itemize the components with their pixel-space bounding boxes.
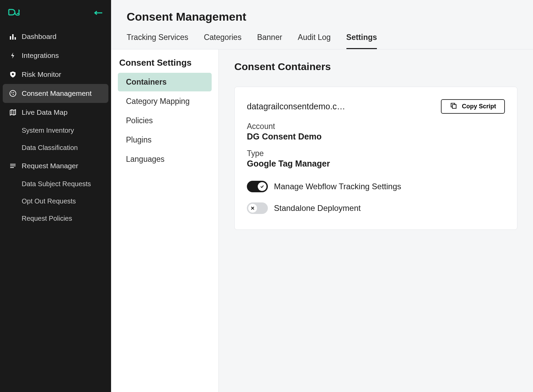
- sidebar-item-label: Consent Management: [22, 89, 92, 97]
- copy-script-button[interactable]: Copy Script: [441, 99, 505, 114]
- toggle-standalone-row: Standalone Deployment: [247, 202, 505, 214]
- content-row: Consent Settings Containers Category Map…: [111, 49, 533, 392]
- copy-icon: [450, 102, 457, 111]
- svg-point-5: [10, 90, 16, 96]
- settings-panel-title: Consent Settings: [111, 58, 218, 73]
- sidebar-item-risk-monitor[interactable]: Risk Monitor: [3, 65, 108, 84]
- sidebar-item-label: Live Data Map: [22, 108, 67, 116]
- svg-rect-3: [15, 37, 16, 40]
- sidebar: Dashboard Integrations Risk Monitor Cons…: [0, 0, 111, 392]
- sidebar-item-label: Dashboard: [22, 32, 57, 41]
- container-card: datagrailconsentdemo.c… Copy Script Acco…: [234, 87, 517, 230]
- tab-categories[interactable]: Categories: [204, 33, 241, 49]
- settings-item-category-mapping[interactable]: Category Mapping: [118, 92, 212, 111]
- svg-rect-1: [10, 36, 11, 40]
- account-field: Account DG Consent Demo: [247, 122, 505, 141]
- detail-panel: Consent Containers datagrailconsentdemo.…: [219, 49, 533, 392]
- tab-banner[interactable]: Banner: [257, 33, 282, 49]
- list-icon: [9, 162, 17, 170]
- logo: [8, 8, 20, 18]
- svg-rect-13: [452, 105, 456, 108]
- bolt-icon: [9, 51, 17, 60]
- card-top: datagrailconsentdemo.c… Copy Script: [247, 99, 505, 114]
- tab-audit-log[interactable]: Audit Log: [298, 33, 331, 49]
- sidebar-item-integrations[interactable]: Integrations: [3, 46, 108, 65]
- collapse-sidebar-icon[interactable]: [93, 9, 103, 17]
- sidebar-subitem-system-inventory[interactable]: System Inventory: [3, 122, 108, 139]
- tabs: Tracking Services Categories Banner Audi…: [127, 33, 517, 49]
- sidebar-subitem-opt-out-requests[interactable]: Opt Out Requests: [3, 193, 108, 210]
- toggle-webflow-row: Manage Webflow Tracking Settings: [247, 181, 505, 192]
- toggle-webflow-label: Manage Webflow Tracking Settings: [274, 182, 401, 191]
- svg-point-4: [12, 73, 14, 75]
- settings-panel: Consent Settings Containers Category Map…: [111, 49, 219, 392]
- toggle-webflow[interactable]: [247, 181, 268, 192]
- svg-point-6: [12, 92, 13, 93]
- toggle-standalone-label: Standalone Deployment: [274, 203, 361, 213]
- svg-point-8: [13, 94, 14, 95]
- copy-button-label: Copy Script: [462, 103, 496, 110]
- settings-item-languages[interactable]: Languages: [118, 150, 212, 169]
- chart-icon: [9, 32, 17, 41]
- settings-item-policies[interactable]: Policies: [118, 111, 212, 130]
- sidebar-item-consent-management[interactable]: Consent Management: [3, 84, 108, 103]
- cookie-icon: [9, 89, 17, 97]
- main: Consent Management Tracking Services Cat…: [111, 0, 533, 392]
- toggle-standalone[interactable]: [247, 202, 268, 214]
- check-icon: [258, 182, 266, 191]
- type-field: Type Google Tag Manager: [247, 149, 505, 169]
- type-value: Google Tag Manager: [247, 159, 505, 169]
- sidebar-subitem-request-policies[interactable]: Request Policies: [3, 210, 108, 227]
- sidebar-header: [0, 0, 111, 24]
- tab-settings[interactable]: Settings: [346, 33, 377, 49]
- container-url: datagrailconsentdemo.c…: [247, 102, 434, 111]
- type-label: Type: [247, 149, 505, 158]
- map-icon: [9, 108, 17, 116]
- sidebar-subitem-data-classification[interactable]: Data Classification: [3, 139, 108, 156]
- sidebar-item-live-data-map[interactable]: Live Data Map: [3, 103, 108, 122]
- svg-rect-2: [12, 34, 14, 40]
- tab-tracking-services[interactable]: Tracking Services: [127, 33, 188, 49]
- sidebar-item-label: Risk Monitor: [22, 70, 61, 79]
- sidebar-item-dashboard[interactable]: Dashboard: [3, 27, 108, 46]
- main-header: Consent Management Tracking Services Cat…: [111, 0, 533, 49]
- settings-item-containers[interactable]: Containers: [118, 73, 212, 91]
- sidebar-item-label: Request Manager: [22, 162, 78, 170]
- sidebar-subitem-data-subject-requests[interactable]: Data Subject Requests: [3, 175, 108, 193]
- detail-title: Consent Containers: [234, 61, 517, 72]
- settings-item-plugins[interactable]: Plugins: [118, 131, 212, 149]
- account-label: Account: [247, 122, 505, 131]
- nav-list: Dashboard Integrations Risk Monitor Cons…: [0, 24, 111, 230]
- account-value: DG Consent Demo: [247, 132, 505, 141]
- sidebar-item-request-manager[interactable]: Request Manager: [3, 156, 108, 175]
- x-icon: [248, 204, 257, 213]
- svg-point-7: [13, 92, 14, 93]
- page-title: Consent Management: [127, 10, 517, 23]
- shield-icon: [9, 70, 17, 79]
- sidebar-item-label: Integrations: [22, 51, 59, 60]
